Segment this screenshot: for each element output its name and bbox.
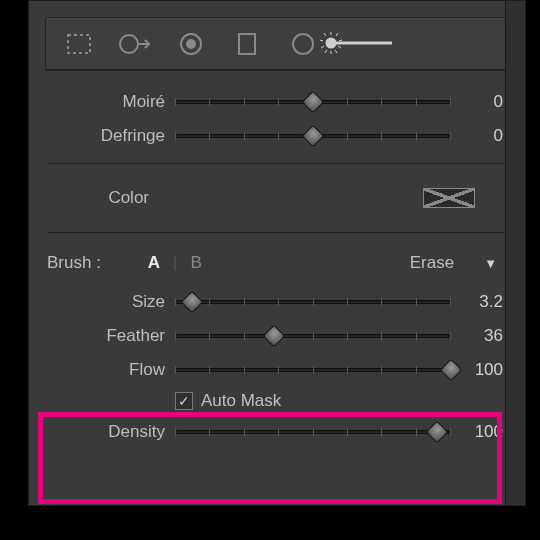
brush-tool-icon[interactable] (340, 25, 378, 63)
svg-line-9 (339, 40, 342, 41)
size-slider[interactable] (175, 292, 451, 312)
size-label: Size (65, 292, 175, 312)
size-row: Size 3.2 (65, 285, 503, 319)
svg-rect-0 (68, 35, 90, 53)
svg-point-1 (120, 35, 138, 53)
graduated-filter-icon[interactable] (116, 25, 154, 63)
defringe-value[interactable]: 0 (451, 126, 503, 146)
rect-icon[interactable] (228, 25, 266, 63)
brush-header: Brush : A | B Erase ▼ (29, 243, 525, 283)
brush-erase[interactable]: Erase (410, 253, 454, 273)
svg-point-3 (186, 39, 196, 49)
moire-label: Moiré (65, 92, 175, 112)
divider (47, 163, 507, 164)
brush-tab-a[interactable]: A (141, 253, 167, 273)
circle-icon[interactable] (284, 25, 322, 63)
svg-point-5 (293, 34, 313, 54)
color-label: Color (39, 188, 159, 208)
feather-value[interactable]: 36 (451, 326, 503, 346)
size-value[interactable]: 3.2 (451, 292, 503, 312)
flow-slider[interactable] (175, 360, 451, 380)
defringe-slider[interactable] (175, 126, 451, 146)
defringe-row: Defringe 0 (65, 119, 503, 153)
svg-line-11 (338, 46, 341, 48)
density-label: Density (65, 422, 175, 442)
brush-tab-separator: | (173, 253, 177, 273)
automask-checkbox[interactable]: ✓ (175, 392, 193, 410)
moire-slider[interactable] (175, 92, 451, 112)
adjustments-group: Moiré 0 Defringe 0 (65, 71, 503, 153)
density-row: Density 100 (65, 415, 503, 449)
feather-slider[interactable] (175, 326, 451, 346)
brush-group: Size 3.2 Feather 36 Flow 10 (65, 283, 503, 449)
automask-label: Auto Mask (201, 391, 281, 411)
color-swatch[interactable] (423, 188, 475, 208)
density-value[interactable]: 100 (451, 422, 503, 442)
tool-strip (45, 17, 509, 71)
brush-label: Brush : (47, 253, 101, 273)
moire-value[interactable]: 0 (451, 92, 503, 112)
divider (47, 232, 507, 233)
panel: Moiré 0 Defringe 0 Color Brush : A | (28, 0, 526, 506)
color-row: Color (29, 174, 525, 222)
brush-tab-b[interactable]: B (183, 253, 209, 273)
svg-line-8 (324, 33, 326, 36)
disclosure-triangle-icon[interactable]: ▼ (484, 256, 497, 271)
crop-icon[interactable] (60, 25, 98, 63)
svg-line-13 (335, 50, 337, 53)
radial-filter-icon[interactable] (172, 25, 210, 63)
flow-row: Flow 100 (65, 353, 503, 387)
moire-row: Moiré 0 (65, 85, 503, 119)
svg-rect-17 (336, 42, 392, 45)
scrollbar[interactable] (505, 1, 525, 505)
automask-row: ✓ Auto Mask (65, 387, 503, 415)
defringe-label: Defringe (65, 126, 175, 146)
svg-line-14 (325, 50, 327, 53)
feather-label: Feather (65, 326, 175, 346)
svg-rect-4 (239, 34, 255, 54)
density-slider[interactable] (175, 422, 451, 442)
flow-label: Flow (65, 360, 175, 380)
feather-row: Feather 36 (65, 319, 503, 353)
svg-point-16 (326, 38, 337, 49)
svg-line-7 (336, 33, 338, 36)
